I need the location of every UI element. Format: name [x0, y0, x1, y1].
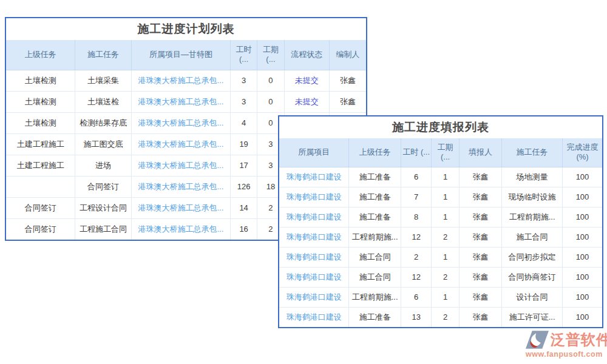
col-author: 编制人	[330, 40, 366, 70]
col-parent-task: 上级任务	[349, 138, 401, 167]
logo-url: www.fanpusoft.com	[526, 350, 606, 359]
col-project-gantt: 所属项目—甘特图	[131, 40, 230, 70]
table-row: 珠海鹤港口建设 工程前期施... 6 1 张鑫 设计合同 100	[279, 287, 602, 307]
project-gantt-link[interactable]: 港珠澳大桥施工总承包...	[131, 91, 230, 112]
col-construction-task: 施工任务	[75, 40, 132, 70]
table-row: 珠海鹤港口建设 施工合同 2 1 张鑫 合同初步拟定 100	[279, 247, 602, 267]
fanpusoft-logo: 泛普软件 www.fanpusoft.com	[526, 331, 606, 359]
table-row: 珠海鹤港口建设 施工准备 13 2 张鑫 施工许可证... 100	[279, 307, 602, 327]
col-project: 所属项目	[279, 138, 349, 167]
project-gantt-link[interactable]: 港珠澳大桥施工总承包...	[131, 133, 230, 155]
report-table: 所属项目 上级任务 工时 (... 工期 (... 填报人 施工任务 完成进度 …	[279, 138, 602, 327]
project-link[interactable]: 珠海鹤港口建设	[279, 247, 349, 267]
project-gantt-link[interactable]: 港珠澳大桥施工总承包...	[131, 70, 230, 91]
flow-status-link[interactable]: 未提交	[284, 91, 330, 112]
report-table-panel: 施工进度填报列表 所属项目 上级任务 工时 (... 工期 (... 填报人 施…	[278, 115, 603, 328]
plan-table-title: 施工进度计划列表	[6, 18, 366, 40]
col-work-hours: 工时 (...	[401, 138, 432, 167]
project-link[interactable]: 珠海鹤港口建设	[279, 267, 349, 287]
col-parent-task: 上级任务	[6, 40, 75, 70]
report-table-title: 施工进度填报列表	[279, 116, 602, 138]
plan-header-row: 上级任务 施工任务 所属项目—甘特图 工时 (... 工期 (... 流程状态 …	[6, 40, 366, 70]
table-row: 珠海鹤港口建设 施工准备 8 1 张鑫 工程前期施... 100	[279, 207, 602, 227]
table-row: 珠海鹤港口建设 施工准备 7 1 张鑫 现场临时设施 100	[279, 187, 602, 207]
col-work-hours: 工时 (...	[230, 40, 257, 70]
logo-text: 泛普软件	[551, 332, 607, 347]
project-link[interactable]: 珠海鹤港口建设	[279, 307, 349, 327]
col-flow-status: 流程状态	[284, 40, 330, 70]
report-header-row: 所属项目 上级任务 工时 (... 工期 (... 填报人 施工任务 完成进度 …	[279, 138, 602, 167]
project-gantt-link[interactable]: 港珠澳大桥施工总承包...	[131, 155, 230, 176]
table-row: 珠海鹤港口建设 工程前期施... 12 2 张鑫 施工合同 100	[279, 227, 602, 247]
project-link[interactable]: 珠海鹤港口建设	[279, 187, 349, 207]
table-row: 珠海鹤港口建设 施工合同 12 2 张鑫 合同协商签订 100	[279, 267, 602, 287]
fanpu-logo-icon	[526, 331, 551, 349]
flow-status-link[interactable]: 未提交	[284, 70, 330, 91]
project-link[interactable]: 珠海鹤港口建设	[279, 207, 349, 227]
col-construction-task: 施工任务	[502, 138, 563, 167]
col-duration: 工期 (...	[432, 138, 459, 167]
project-link[interactable]: 珠海鹤港口建设	[279, 287, 349, 307]
col-reporter: 填报人	[459, 138, 502, 167]
table-row: 土壤检测 土壤采集 港珠澳大桥施工总承包... 3 0 未提交 张鑫	[6, 70, 366, 91]
col-duration: 工期 (...	[257, 40, 284, 70]
project-link[interactable]: 珠海鹤港口建设	[279, 167, 349, 187]
project-link[interactable]: 珠海鹤港口建设	[279, 227, 349, 247]
project-gantt-link[interactable]: 港珠澳大桥施工总承包...	[131, 197, 230, 218]
project-gantt-link[interactable]: 港珠澳大桥施工总承包...	[131, 176, 230, 197]
table-row: 珠海鹤港口建设 施工准备 6 1 张鑫 场地测量 100	[279, 167, 602, 187]
col-completion: 完成进度 (%)	[562, 138, 602, 167]
project-gantt-link[interactable]: 港珠澳大桥施工总承包...	[131, 112, 230, 133]
table-row: 土壤检测 土壤送检 港珠澳大桥施工总承包... 3 0 未提交 张鑫	[6, 91, 366, 112]
project-gantt-link[interactable]: 港珠澳大桥施工总承包...	[131, 218, 230, 240]
